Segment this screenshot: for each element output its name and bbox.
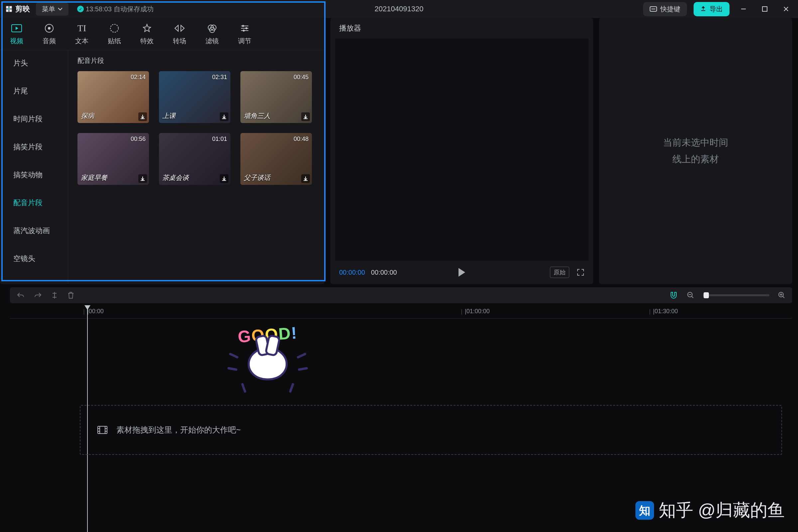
cat-outro[interactable]: 片尾	[0, 83, 68, 99]
svg-point-4	[48, 27, 51, 30]
clips-section-title: 配音片段	[77, 56, 315, 65]
tab-video[interactable]: 视频	[10, 23, 23, 45]
tab-sticker[interactable]: 贴纸	[108, 23, 121, 45]
svg-point-9	[242, 25, 244, 27]
project-title: 202104091320	[375, 5, 424, 13]
app-name: 剪映	[15, 4, 30, 14]
category-list: 片头 片尾 时间片段 搞笑片段 搞笑动物 配音片段 蒸汽波动画 空镜头	[0, 50, 68, 284]
zoom-slider[interactable]	[703, 294, 770, 296]
tab-text[interactable]: TI文本	[75, 23, 89, 45]
transition-icon	[174, 24, 185, 32]
check-icon: ✓	[77, 6, 84, 12]
fullscreen-icon	[576, 268, 585, 276]
tab-adjust[interactable]: 调节	[238, 23, 251, 45]
svg-point-10	[245, 27, 247, 29]
clip-item[interactable]: 02:31上课	[159, 71, 230, 123]
player-title: 播放器	[330, 18, 593, 39]
text-icon: TI	[77, 23, 86, 34]
magnet-icon	[669, 291, 678, 299]
titlebar: 剪映 菜单 ✓ 13:58:03 自动保存成功 202104091320 快捷键…	[0, 0, 798, 18]
svg-rect-1	[762, 7, 767, 11]
download-icon[interactable]	[138, 174, 147, 183]
time-current: 00:00:00	[339, 269, 365, 276]
player-viewport[interactable]	[335, 39, 589, 261]
cat-funny[interactable]: 搞笑片段	[0, 139, 68, 155]
fullscreen-button[interactable]	[576, 268, 585, 276]
shortcuts-button[interactable]: 快捷键	[643, 2, 687, 16]
download-icon[interactable]	[138, 112, 147, 121]
film-icon	[97, 425, 108, 434]
player-panel: 播放器 00:00:00 00:00:00 原始	[330, 18, 593, 284]
zoom-in-button[interactable]	[778, 291, 785, 299]
cat-animals[interactable]: 搞笑动物	[0, 167, 68, 183]
cat-empty[interactable]: 空镜头	[0, 250, 68, 267]
good-sticker: GOOD!	[225, 315, 310, 391]
cat-dubbing[interactable]: 配音片段	[0, 194, 68, 211]
download-icon[interactable]	[301, 174, 310, 183]
close-button[interactable]	[779, 2, 793, 16]
inspector-panel: 当前未选中时间 线上的素材	[599, 18, 792, 284]
player-controls: 00:00:00 00:00:00 原始	[330, 261, 593, 284]
tab-effects[interactable]: 特效	[140, 23, 154, 45]
delete-button[interactable]	[67, 291, 75, 299]
filter-icon	[207, 23, 217, 33]
cat-intro[interactable]: 片头	[0, 55, 68, 72]
aspect-ratio-button[interactable]: 原始	[550, 267, 569, 278]
split-button[interactable]	[51, 291, 58, 299]
time-total: 00:00:00	[371, 269, 397, 276]
adjust-icon	[240, 24, 250, 33]
autosave-status: ✓ 13:58:03 自动保存成功	[77, 5, 154, 14]
inspector-empty-text: 当前未选中时间 线上的素材	[663, 134, 728, 168]
ruler-mark: |00:00	[87, 308, 104, 315]
timeline-drop-zone[interactable]: 素材拖拽到这里，开始你的大作吧~	[80, 405, 782, 455]
download-icon[interactable]	[220, 174, 228, 183]
media-panel: 视频 音频 TI文本 贴纸 特效 转场 滤镜 调节 片头 片尾 时间片段 搞笑片…	[0, 18, 324, 284]
keyboard-icon	[650, 6, 657, 12]
zhihu-icon: 知	[635, 501, 654, 520]
effects-icon	[142, 23, 152, 33]
rays-icon	[225, 315, 310, 391]
video-icon	[11, 24, 22, 33]
clips-area: 配音片段 02:14探病 02:31上课 00:45墙角三人 00:56家庭早餐…	[68, 50, 324, 284]
redo-button[interactable]	[34, 292, 42, 299]
export-icon	[700, 6, 706, 12]
svg-rect-14	[98, 426, 107, 434]
cat-vaporwave[interactable]: 蒸汽波动画	[0, 223, 68, 239]
menu-dropdown[interactable]: 菜单	[36, 3, 69, 16]
magnet-button[interactable]	[669, 291, 678, 299]
download-icon[interactable]	[220, 112, 228, 121]
watermark: 知 知乎 @归藏的鱼	[635, 499, 785, 522]
play-button[interactable]	[457, 267, 466, 277]
svg-point-11	[243, 30, 245, 32]
export-button[interactable]: 导出	[694, 2, 729, 16]
ruler-mark: |01:00:00	[465, 308, 490, 315]
clip-item[interactable]: 02:14探病	[77, 71, 149, 123]
ruler-mark: |01:30:00	[653, 308, 678, 315]
undo-button[interactable]	[17, 292, 25, 299]
cat-time[interactable]: 时间片段	[0, 111, 68, 127]
clip-item[interactable]: 00:48父子谈话	[241, 133, 312, 185]
app-logo: 剪映	[5, 4, 30, 14]
svg-point-5	[110, 24, 118, 32]
timeline-toolbar	[10, 287, 792, 303]
svg-text:知: 知	[639, 504, 650, 517]
timeline-ruler[interactable]: |00:00 |01:00:00 |01:30:00	[10, 305, 792, 319]
zoom-slider-knob[interactable]	[704, 292, 709, 298]
tab-transition[interactable]: 转场	[173, 23, 186, 45]
audio-icon	[44, 23, 54, 33]
chevron-down-icon	[58, 7, 62, 11]
minimize-button[interactable]	[736, 2, 751, 16]
tool-tabs: 视频 音频 TI文本 贴纸 特效 转场 滤镜 调节	[0, 18, 324, 50]
clip-item[interactable]: 00:45墙角三人	[241, 71, 312, 123]
clip-item[interactable]: 01:01茶桌会谈	[159, 133, 230, 185]
timeline: |00:00 |01:00:00 |01:30:00 GOOD! 素材拖拽到这里…	[10, 305, 792, 531]
logo-icon	[5, 5, 13, 13]
tab-audio[interactable]: 音频	[42, 23, 56, 45]
maximize-button[interactable]	[757, 2, 772, 16]
sticker-icon	[109, 23, 119, 33]
zoom-out-button[interactable]	[687, 291, 694, 299]
tab-filter[interactable]: 滤镜	[206, 23, 219, 45]
download-icon[interactable]	[301, 112, 310, 121]
clip-item[interactable]: 00:56家庭早餐	[77, 133, 149, 185]
